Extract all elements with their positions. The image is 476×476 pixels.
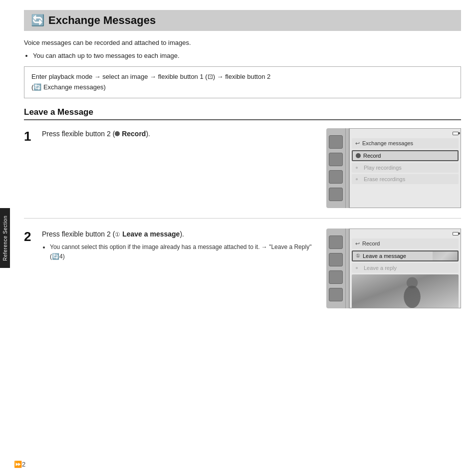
panel-divider-2 xyxy=(345,229,349,308)
thumb-strip xyxy=(433,251,458,260)
back-arrow-icon-record: ↩ xyxy=(355,240,360,247)
person-svg xyxy=(352,274,459,308)
cam-btn-2-2[interactable] xyxy=(329,253,343,266)
erase-icon: ● xyxy=(355,176,361,182)
menu-screen-2: ↩ Record ① Leave a message ● xyxy=(349,229,461,308)
sidebar-label: Reference Section xyxy=(2,216,8,261)
menu-label-leave-msg: Leave a message xyxy=(363,253,406,259)
back-arrow-icon-exchange: ↩ xyxy=(355,140,360,147)
svg-point-1 xyxy=(404,285,421,308)
leave-reply-icon: ● xyxy=(355,265,361,270)
step-1-title: Press flexible button 2 ( Record). xyxy=(42,128,316,139)
page-footer: ⏩2 xyxy=(14,461,25,468)
camera-panel-2: ↩ Record ① Leave a message ● xyxy=(326,229,461,308)
menu-label-leave-reply: Leave a reply xyxy=(364,265,397,271)
step-1-bold-label: Record xyxy=(122,130,146,138)
page-title: Exchange Messages xyxy=(48,14,156,27)
title-bar: 🔄 Exchange Messages xyxy=(24,10,461,31)
menu-item-exchange[interactable]: ↩ Exchange messages xyxy=(352,138,459,149)
camera-panel-1: ↩ Exchange messages Record ● Play record… xyxy=(326,128,461,208)
cam-btn-1-1[interactable] xyxy=(329,135,343,149)
step-2-title: Press flexible button 2 (① Leave a messa… xyxy=(42,229,316,239)
footer-text: ⏩2 xyxy=(14,461,25,468)
menu-screen-1: ↩ Exchange messages Record ● Play record… xyxy=(349,128,461,208)
menu-screen-inner-2: ↩ Record ① Leave a message ● xyxy=(350,237,461,308)
battery-icon-2 xyxy=(453,232,459,236)
menu-label-play: Play recordings xyxy=(364,165,402,171)
camera-body-1 xyxy=(326,128,345,208)
leave-msg-icon: ① xyxy=(115,231,120,238)
menu-label-exchange: Exchange messages xyxy=(362,140,413,146)
step-1-area: 1 Press flexible button 2 ( Record). xyxy=(24,128,461,219)
step-2-bullet: You cannot select this option if the ima… xyxy=(50,242,316,261)
cam-btn-1-2[interactable] xyxy=(329,153,343,166)
info-line2: (🔄 Exchange messages) xyxy=(31,83,106,91)
camera-body-2 xyxy=(326,229,345,308)
leave-msg-circle-icon: ① xyxy=(356,253,360,258)
battery-icon-1 xyxy=(453,132,459,135)
menu-item-erase[interactable]: ● Erase recordings xyxy=(352,174,459,184)
cam-btn-1-3[interactable] xyxy=(329,170,343,184)
main-content: 🔄 Exchange Messages Voice messages can b… xyxy=(14,0,476,476)
person-thumbnail xyxy=(352,274,459,308)
menu-label-erase: Erase recordings xyxy=(364,176,405,182)
menu-item-leave-msg[interactable]: ① Leave a message xyxy=(352,250,459,261)
step-1-content: Press flexible button 2 ( Record). xyxy=(42,128,326,142)
cam-btn-2-4[interactable] xyxy=(329,288,343,301)
record-circle-icon-1 xyxy=(356,153,361,158)
bullet-item: You can attach up to two messages to eac… xyxy=(33,51,461,61)
menu-label-record-1: Record xyxy=(363,153,381,159)
section-heading: Leave a Message xyxy=(24,107,461,120)
cam-btn-2-1[interactable] xyxy=(329,236,343,249)
record-icon-1 xyxy=(115,131,120,136)
menu-label-record-2: Record xyxy=(362,240,380,246)
menu-item-record-2[interactable]: ↩ Record xyxy=(352,238,459,249)
step-2-bold-label: Leave a message xyxy=(122,230,180,238)
menu-item-play[interactable]: ● Play recordings xyxy=(352,163,459,173)
step-1-number: 1 xyxy=(24,129,42,144)
intro-text: Voice messages can be recorded and attac… xyxy=(24,38,461,48)
panel-divider-1 xyxy=(345,128,349,208)
menu-item-leave-reply[interactable]: ● Leave a reply xyxy=(352,263,459,273)
screen-topbar-2 xyxy=(350,231,461,237)
cam-btn-1-4[interactable] xyxy=(329,188,343,201)
sidebar: Reference Section xyxy=(0,0,14,476)
menu-item-record-1[interactable]: Record xyxy=(352,150,459,161)
menu-screen-inner-1: ↩ Exchange messages Record ● Play record… xyxy=(350,136,461,206)
info-box: Enter playback mode → select an image → … xyxy=(24,66,461,98)
step-2-content: Press flexible button 2 (① Leave a messa… xyxy=(42,229,326,262)
play-icon: ● xyxy=(355,165,361,170)
screen-topbar-1 xyxy=(350,131,461,136)
sidebar-tab: Reference Section xyxy=(0,208,10,268)
step-2-area: 2 Press flexible button 2 (① Leave a mes… xyxy=(24,229,461,318)
info-line1: Enter playback mode → select an image → … xyxy=(31,73,270,80)
exchange-icon: 🔄 xyxy=(31,14,44,27)
step-2-number: 2 xyxy=(24,230,42,244)
cam-btn-2-3[interactable] xyxy=(329,270,343,284)
